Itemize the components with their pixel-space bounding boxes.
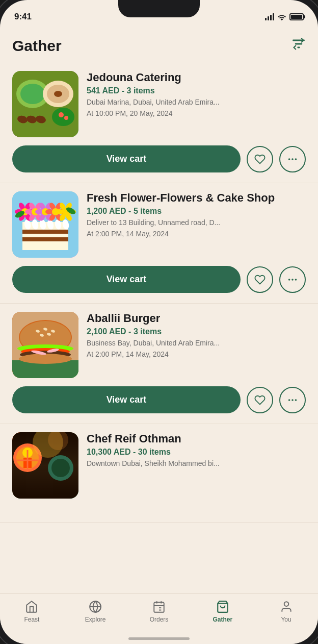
restaurant-image-flowers [12,191,78,258]
favorite-button-2[interactable] [247,266,273,293]
price-items-3: 2,100 AED - 3 items [87,327,306,336]
svg-rect-10 [154,602,164,612]
restaurant-image-burger [12,312,78,378]
sort-icon[interactable] [292,37,306,55]
wifi-icon [277,13,286,20]
orders-icon [152,600,166,614]
cart-actions-1: View cart [12,145,306,172]
restaurant-name-2: Fresh Flower-Flowers & Cake Shop [87,191,306,205]
notch [118,0,200,17]
more-button-3[interactable] [279,387,306,413]
cart-item-jedouna: Jedouna Catering 541 AED - 3 items Dubai… [0,63,318,183]
view-cart-button-3[interactable]: View cart [12,386,241,413]
battery-icon [289,13,304,20]
cart-item-burger: Aballii Burger 2,100 AED - 3 items Busin… [0,304,318,424]
svg-point-7 [292,399,294,401]
restaurant-info-jedouna: Jedouna Catering 541 AED - 3 items Dubai… [87,71,306,137]
cart-actions-3: View cart [12,386,306,413]
address-3: Business Bay, Dubai, United Arab Emira..… [87,338,306,349]
address-2: Deliver to 13 Building, Unnamed road, D.… [87,218,306,228]
address-1: Dubai Marina, Dubai, United Arab Emira..… [87,97,306,108]
more-button-1[interactable] [279,146,306,172]
nav-label-orders: Orders [150,616,169,623]
cart-item-header-4: Chef Reif Othman 10,300 AED - 30 items D… [12,432,306,499]
favorite-button-3[interactable] [247,387,273,413]
status-icons [265,13,304,20]
price-items-4: 10,300 AED - 30 items [87,448,306,457]
time-2: At 2:00 PM, 14 May, 2024 [87,229,306,239]
time-3: At 2:00 PM, 14 May, 2024 [87,350,306,360]
restaurant-name-1: Jedouna Catering [87,71,306,84]
price-items-1: 541 AED - 3 items [87,86,306,95]
phone-frame: 9:41 Gather [0,0,318,644]
nav-label-explore: Explore [85,616,106,623]
svg-point-8 [295,399,297,401]
nav-item-orders[interactable]: Orders [127,600,191,623]
nav-item-you[interactable]: You [254,600,318,623]
restaurant-info-flowers: Fresh Flower-Flowers & Cake Shop 1,200 A… [87,191,306,258]
nav-label-you: You [281,616,291,623]
restaurant-name-3: Aballii Burger [87,312,306,325]
restaurant-image-chef [12,432,78,499]
cart-item-flowers: Fresh Flower-Flowers & Cake Shop 1,200 A… [0,183,318,304]
cart-item-chef: Chef Reif Othman 10,300 AED - 30 items D… [0,424,318,523]
restaurant-image-jedouna [12,71,78,137]
explore-icon [88,600,102,614]
bottom-nav: Feast Explore [0,593,318,644]
svg-point-1 [292,158,294,160]
svg-point-3 [288,279,290,281]
home-indicator [128,637,190,640]
main-content: Gather Jedouna Catering 541 AED - 3 item… [0,27,318,601]
status-time: 9:41 [14,12,32,22]
feast-icon [24,600,39,614]
restaurant-info-burger: Aballii Burger 2,100 AED - 3 items Busin… [87,312,306,378]
svg-point-5 [295,279,297,281]
nav-item-feast[interactable]: Feast [0,600,64,623]
nav-item-explore[interactable]: Explore [64,600,127,623]
more-button-2[interactable] [279,266,306,293]
nav-label-feast: Feast [24,616,39,623]
svg-point-2 [295,158,297,160]
restaurant-info-chef: Chef Reif Othman 10,300 AED - 30 items D… [87,432,306,499]
cart-item-header-2: Fresh Flower-Flowers & Cake Shop 1,200 A… [12,191,306,258]
view-cart-button-1[interactable]: View cart [12,145,241,172]
price-items-2: 1,200 AED - 5 items [87,207,306,216]
cart-actions-2: View cart [12,266,306,293]
svg-point-4 [292,279,294,281]
time-1: At 10:00 PM, 20 May, 2024 [87,109,306,119]
favorite-button-1[interactable] [247,146,273,172]
svg-point-6 [288,399,290,401]
page-title: Gather [12,37,62,55]
cart-item-header: Jedouna Catering 541 AED - 3 items Dubai… [12,71,306,137]
svg-point-19 [284,602,288,606]
view-cart-button-2[interactable]: View cart [12,266,241,293]
cart-item-header-3: Aballii Burger 2,100 AED - 3 items Busin… [12,312,306,378]
address-4: Downtown Dubai, Sheikh Mohammed bi... [87,459,306,469]
page-header: Gather [0,31,318,63]
restaurant-name-4: Chef Reif Othman [87,432,306,445]
gather-icon [216,600,230,614]
svg-point-0 [288,158,290,160]
nav-item-gather[interactable]: Gather [191,600,254,623]
nav-label-gather: Gather [213,616,232,623]
signal-icon [265,13,274,20]
you-icon [279,600,294,614]
